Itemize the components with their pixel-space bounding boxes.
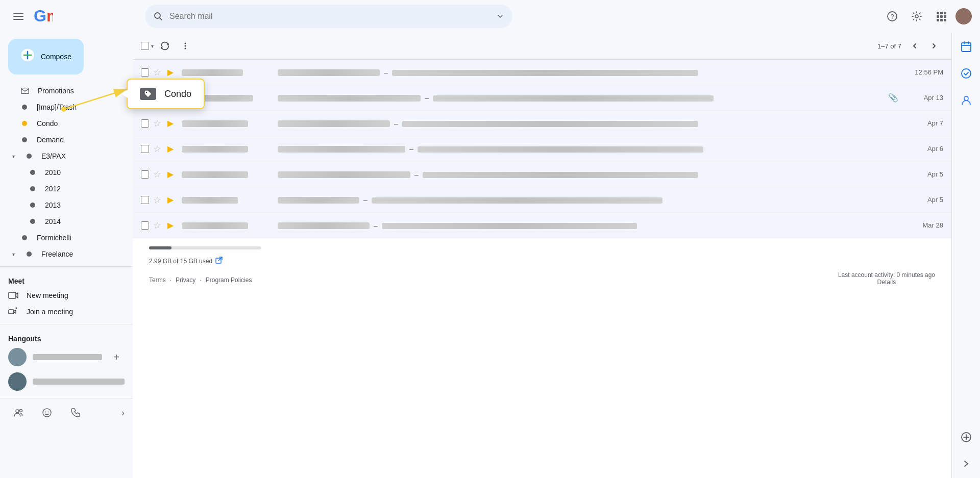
sidebar-item-e3pax[interactable]: ▾ E3/PAX <box>0 148 125 164</box>
star-icon[interactable]: ☆ <box>153 169 163 180</box>
svg-point-28 <box>30 219 35 224</box>
join-meeting-item[interactable]: Join a meeting <box>0 304 125 320</box>
e3pax-chevron-down-icon: ▾ <box>12 154 15 159</box>
svg-rect-2 <box>13 19 23 20</box>
email-dash: – <box>394 119 398 128</box>
svg-point-21 <box>22 105 27 110</box>
hangout-add-button[interactable]: + <box>108 349 125 365</box>
avatar[interactable] <box>955 8 972 24</box>
select-all-checkbox[interactable] <box>141 42 149 50</box>
svg-rect-11 <box>944 12 946 14</box>
search-input[interactable] <box>169 12 490 21</box>
sidebar-item-label-imap-trash: [Imap]/Trash <box>37 103 77 111</box>
table-row[interactable]: ☆ ▶ – 12:56 PM <box>133 60 951 85</box>
manage-storage-button[interactable] <box>215 257 223 265</box>
hangout-contact-1[interactable]: + <box>0 345 133 369</box>
email-snippet <box>402 119 698 128</box>
2013-dot-icon <box>29 201 37 209</box>
table-row[interactable]: ☆ ▶ – Mar 28 <box>133 213 951 238</box>
table-row[interactable]: ☆ ▶ – Apr 5 <box>133 187 951 213</box>
row-meta: Apr 5 <box>902 196 943 204</box>
footer-dot-1: · <box>170 276 172 284</box>
sidebar-item-formichelli[interactable]: Formichelli <box>0 230 125 246</box>
svg-point-25 <box>30 170 35 175</box>
sender-name <box>182 145 274 153</box>
refresh-button[interactable] <box>156 37 174 55</box>
compose-button[interactable]: Compose <box>8 39 84 74</box>
svg-rect-9 <box>937 12 939 14</box>
calendar-panel-button[interactable] <box>956 37 976 57</box>
sidebar-item-2012[interactable]: 2012 <box>0 181 125 197</box>
svg-rect-32 <box>9 310 14 314</box>
search-bar[interactable] <box>145 5 512 28</box>
sidebar-item-2014[interactable]: 2014 <box>0 213 125 230</box>
formichelli-dot-icon <box>20 234 29 242</box>
new-meeting-label: New meeting <box>27 291 68 299</box>
demand-dot-icon <box>20 136 29 144</box>
star-icon[interactable]: ☆ <box>153 118 163 129</box>
sidebar-item-2010[interactable]: 2010 <box>0 164 125 181</box>
terms-link[interactable]: Terms <box>149 276 166 284</box>
add-panel-button[interactable] <box>956 427 976 447</box>
contacts-panel-button[interactable] <box>956 90 976 110</box>
phone-icon <box>70 408 81 418</box>
sidebar-item-promotions[interactable]: Promotions <box>0 83 125 99</box>
row-checkbox[interactable] <box>141 145 149 153</box>
row-checkbox[interactable] <box>141 68 149 77</box>
star-icon[interactable]: ☆ <box>153 194 163 206</box>
tasks-panel-button[interactable] <box>956 63 976 84</box>
storage-text: 2.99 GB of 15 GB used <box>149 257 223 265</box>
people-icon <box>13 408 23 418</box>
program-policies-link[interactable]: Program Policies <box>206 276 252 284</box>
email-snippet <box>418 145 703 153</box>
details-link[interactable]: Details <box>877 279 896 286</box>
email-dash: – <box>409 145 413 153</box>
compose-label: Compose <box>41 53 71 61</box>
row-checkbox[interactable] <box>141 196 149 204</box>
more-button[interactable] <box>176 37 194 55</box>
apps-button[interactable] <box>931 6 951 27</box>
table-row[interactable]: ☆ ▶ – Apr 5 <box>133 162 951 187</box>
email-subject <box>278 170 410 179</box>
next-page-icon <box>930 42 938 50</box>
star-icon[interactable]: ☆ <box>153 143 163 155</box>
search-dropdown-icon[interactable] <box>496 12 504 20</box>
svg-point-54 <box>146 92 147 93</box>
table-row[interactable]: ☆ ▶ – Apr 6 <box>133 136 951 162</box>
sidebar-item-imap-trash[interactable]: [Imap]/Trash <box>0 99 125 115</box>
table-row[interactable]: ☆ ▶ – Apr 7 <box>133 111 951 136</box>
hangout-contact-2[interactable] <box>0 369 133 394</box>
settings-button[interactable] <box>906 6 927 27</box>
help-button[interactable]: ? <box>882 6 902 27</box>
sidebar-divider <box>0 266 133 267</box>
condo-dot-icon <box>20 119 29 128</box>
sidebar-item-condo[interactable]: Condo <box>0 115 125 132</box>
phone-button[interactable] <box>65 402 86 423</box>
row-checkbox[interactable] <box>141 119 149 128</box>
select-arrow-icon[interactable]: ▾ <box>151 43 154 49</box>
privacy-link[interactable]: Privacy <box>176 276 195 284</box>
table-row[interactable]: ☆ ▶ – 📎 Apr 13 <box>133 85 951 111</box>
prev-page-button[interactable] <box>905 37 924 55</box>
pagination-area: 1–7 of 7 <box>877 37 943 55</box>
row-checkbox[interactable] <box>141 221 149 230</box>
people-button[interactable] <box>8 402 29 423</box>
row-checkbox[interactable] <box>141 170 149 179</box>
star-icon[interactable]: ☆ <box>153 67 163 78</box>
sidebar-item-freelance[interactable]: ▾ Freelance <box>0 246 125 262</box>
sidebar-expand-button[interactable]: › <box>121 408 125 418</box>
star-icon[interactable]: ☆ <box>153 220 163 231</box>
emoji-icon <box>42 408 52 418</box>
hamburger-button[interactable] <box>8 6 29 27</box>
next-page-button[interactable] <box>925 37 943 55</box>
main-content: ▾ 1–7 of 7 <box>133 33 951 478</box>
sidebar-item-2013[interactable]: 2013 <box>0 197 125 213</box>
sidebar-item-label-2014: 2014 <box>45 217 61 225</box>
hangout-avatar-1 <box>8 348 27 366</box>
expand-panel-button[interactable] <box>956 454 976 474</box>
meet-section-header: Meet <box>0 271 133 287</box>
new-meeting-item[interactable]: New meeting <box>0 287 125 304</box>
sidebar-item-demand[interactable]: Demand <box>0 132 125 148</box>
emoji-button[interactable] <box>37 402 57 423</box>
email-dash: – <box>414 170 419 179</box>
